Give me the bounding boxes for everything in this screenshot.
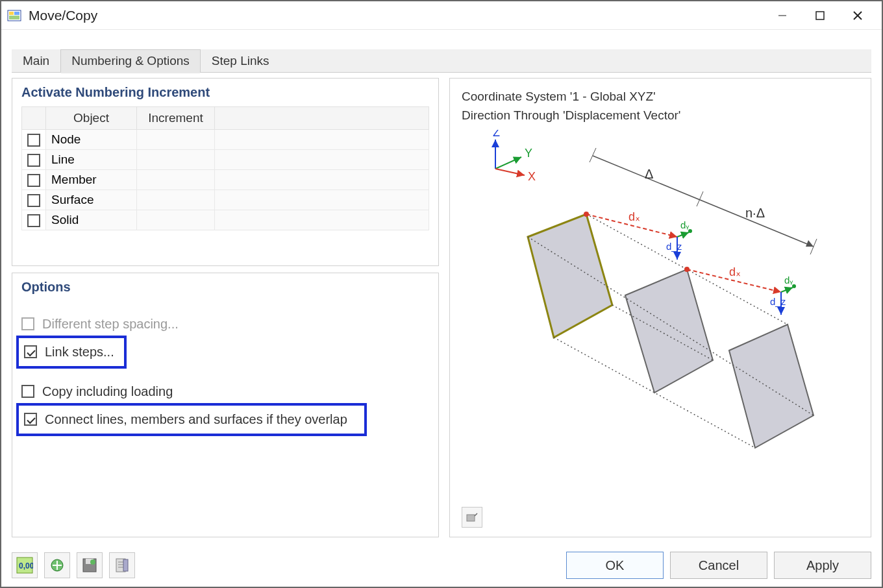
svg-rect-1	[9, 12, 14, 15]
svg-line-10	[495, 157, 521, 169]
content-area: Main Numbering & Options Step Links Acti…	[1, 30, 882, 545]
highlight-link-steps: Link steps...	[16, 336, 127, 369]
footer-tool-save[interactable]	[77, 552, 103, 578]
label-copy-including-loading: Copy including loading	[42, 384, 173, 399]
svg-line-14	[593, 156, 814, 247]
svg-rect-2	[14, 12, 19, 15]
main-columns: Activate Numbering Increment Object Incr…	[12, 78, 871, 537]
col-object: Object	[46, 107, 137, 130]
cell-increment[interactable]	[137, 150, 215, 170]
option-connect-overlap[interactable]: Connect lines, members and surfaces if t…	[24, 408, 359, 431]
numbering-title: Activate Numbering Increment	[21, 85, 429, 100]
svg-text:d_z: d_z	[770, 296, 786, 307]
preview-tool-button[interactable]	[462, 507, 482, 528]
cell-object[interactable]: Node	[46, 130, 137, 150]
svg-text:dₓ: dₓ	[628, 210, 640, 223]
coord-system-label: Coordinate System '1 - Global XYZ'	[462, 88, 859, 106]
ok-button[interactable]: OK	[566, 552, 664, 579]
app-icon	[6, 8, 22, 23]
col-increment: Increment	[137, 107, 215, 130]
svg-text:n·Δ: n·Δ	[745, 206, 765, 220]
svg-text:dᵧ: dᵧ	[784, 275, 793, 286]
svg-rect-5	[816, 12, 824, 19]
checkbox-connect-overlap[interactable]	[24, 413, 37, 426]
checkbox-link-steps[interactable]	[24, 345, 37, 358]
options-title: Options	[21, 280, 429, 295]
svg-text:d_z: d_z	[666, 241, 682, 252]
svg-text:X: X	[528, 170, 536, 183]
option-copy-including-loading[interactable]: Copy including loading	[21, 380, 429, 403]
footer-tool-list[interactable]	[109, 552, 135, 578]
cell-object[interactable]: Solid	[46, 210, 137, 230]
apply-button[interactable]: Apply	[774, 552, 871, 579]
numbering-panel: Activate Numbering Increment Object Incr…	[12, 78, 439, 266]
label-different-step-spacing: Different step spacing...	[42, 317, 179, 332]
svg-point-34	[684, 267, 690, 272]
svg-rect-41	[467, 515, 475, 521]
col-spacer	[215, 107, 429, 130]
cancel-button[interactable]: Cancel	[670, 552, 767, 579]
close-button[interactable]	[839, 1, 877, 30]
option-link-steps[interactable]: Link steps...	[24, 341, 119, 363]
option-different-step-spacing: Different step spacing...	[21, 313, 429, 336]
table-row: Surface	[22, 190, 429, 210]
preview-panel: Coordinate System '1 - Global XYZ' Direc…	[449, 78, 871, 537]
label-link-steps: Link steps...	[45, 345, 114, 360]
svg-text:dₓ: dₓ	[729, 265, 741, 278]
table-row: Solid	[22, 210, 429, 230]
cell-increment[interactable]	[137, 130, 215, 150]
cell-object[interactable]: Member	[46, 170, 137, 190]
checkbox-line[interactable]	[27, 154, 40, 167]
checkbox-copy-including-loading[interactable]	[21, 385, 34, 398]
checkbox-solid[interactable]	[27, 214, 40, 227]
svg-text:dᵧ: dᵧ	[680, 219, 690, 230]
svg-point-26	[584, 212, 589, 217]
cell-object[interactable]: Surface	[46, 190, 137, 210]
checkbox-member[interactable]	[27, 174, 40, 187]
svg-text:Y: Y	[525, 147, 532, 160]
svg-line-15	[590, 148, 596, 162]
svg-point-47	[90, 559, 95, 565]
tab-numbering-options[interactable]: Numbering & Options	[60, 49, 201, 73]
svg-text:0,00: 0,00	[19, 561, 33, 570]
table-row: Member	[22, 170, 429, 190]
displacement-diagram: Z Y X Δ n·Δ	[450, 130, 871, 493]
numbering-table: Object Increment Node	[21, 106, 429, 256]
highlight-connect-overlap: Connect lines, members and surfaces if t…	[16, 403, 367, 436]
tab-main[interactable]: Main	[12, 49, 60, 73]
checkbox-different-step-spacing	[21, 317, 34, 330]
footer-tool-move[interactable]	[44, 552, 70, 578]
svg-rect-3	[9, 16, 19, 19]
label-connect-overlap: Connect lines, members and surfaces if t…	[45, 412, 347, 427]
minimize-button[interactable]	[764, 1, 801, 30]
left-column: Activate Numbering Increment Object Incr…	[12, 78, 439, 537]
svg-line-12	[495, 169, 525, 175]
svg-line-36	[781, 288, 793, 292]
table-row: Node	[22, 130, 429, 150]
titlebar: Move/Copy	[1, 1, 882, 30]
checkbox-node[interactable]	[27, 134, 40, 147]
dialog-footer: 0,00 OK Cancel Apply	[1, 545, 882, 587]
tab-step-links[interactable]: Step Links	[201, 49, 280, 73]
svg-text:Z: Z	[493, 130, 500, 139]
svg-rect-52	[123, 559, 128, 571]
cell-object[interactable]: Line	[46, 150, 137, 170]
cell-increment[interactable]	[137, 170, 215, 190]
preview-info: Coordinate System '1 - Global XYZ' Direc…	[450, 79, 871, 130]
dialog-window: Move/Copy Main Numbering & Options Step …	[0, 0, 883, 588]
cell-increment[interactable]	[137, 210, 215, 230]
checkbox-surface[interactable]	[27, 194, 40, 207]
col-checkbox	[22, 107, 46, 130]
cell-increment[interactable]	[137, 190, 215, 210]
options-panel: Options Different step spacing... Link s…	[12, 273, 439, 538]
direction-label: Direction Through 'Displacement Vector'	[462, 106, 859, 125]
window-title: Move/Copy	[29, 8, 764, 23]
footer-tool-decimal[interactable]: 0,00	[12, 552, 38, 578]
svg-line-28	[677, 232, 689, 237]
tab-bar: Main Numbering & Options Step Links	[12, 49, 871, 73]
maximize-button[interactable]	[801, 1, 839, 30]
table-row: Line	[22, 150, 429, 170]
svg-text:Δ: Δ	[645, 167, 653, 181]
